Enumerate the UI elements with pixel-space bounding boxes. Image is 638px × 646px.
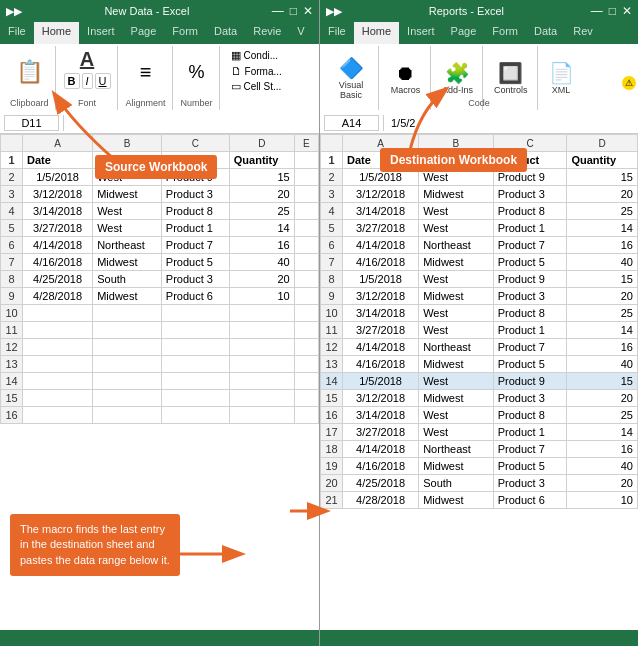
tab-file-right[interactable]: File [320,22,354,44]
left-col-e[interactable]: E [294,135,318,152]
left-d3[interactable]: 20 [229,186,294,203]
left-c3[interactable]: Product 3 [161,186,229,203]
close-btn-left[interactable]: ✕ [303,4,313,18]
right-cell-c1[interactable]: Product [493,152,567,169]
tab-page-right[interactable]: Page [443,22,485,44]
cell-styles-btn[interactable]: ▭ Cell St... [228,79,285,94]
underline-btn[interactable]: U [95,73,111,89]
right-col-a[interactable]: A [343,135,419,152]
left-col-d[interactable]: D [229,135,294,152]
left-a7[interactable]: 4/16/2018 [23,254,93,271]
left-e6[interactable] [294,237,318,254]
left-b2[interactable]: West [93,169,162,186]
addins-btn[interactable]: 🧩 Add-Ins [439,59,476,97]
conditional-btn[interactable]: ▦ Condi... [228,48,285,63]
left-c6[interactable]: Product 7 [161,237,229,254]
left-cell-b1[interactable]: Region [93,152,162,169]
tab-home-left[interactable]: Home [34,22,79,44]
close-btn-right[interactable]: ✕ [622,4,632,18]
left-b6[interactable]: Northeast [93,237,162,254]
left-a6[interactable]: 4/14/2018 [23,237,93,254]
left-b9[interactable]: Midwest [93,288,162,305]
xml-btn[interactable]: 📄 XML [546,59,577,97]
left-a2[interactable]: 1/5/2018 [23,169,93,186]
left-b3[interactable]: Midwest [93,186,162,203]
left-d9[interactable]: 10 [229,288,294,305]
right-col-b[interactable]: B [419,135,494,152]
left-col-a[interactable]: A [23,135,93,152]
format-btn[interactable]: 🗋 Forma... [228,64,285,78]
left-b8[interactable]: South [93,271,162,288]
left-cell-a1[interactable]: Date [23,152,93,169]
right-cell-ref[interactable] [324,115,379,131]
left-d6[interactable]: 16 [229,237,294,254]
left-cell-e1[interactable] [294,152,318,169]
right-col-c[interactable]: C [493,135,567,152]
tab-view-left[interactable]: V [289,22,312,44]
left-e4[interactable] [294,203,318,220]
tab-page-left[interactable]: Page [123,22,165,44]
left-formula-input[interactable] [68,116,315,130]
tab-data-right[interactable]: Data [526,22,565,44]
left-c2[interactable]: Product 9 [161,169,229,186]
left-e8[interactable] [294,271,318,288]
left-e7[interactable] [294,254,318,271]
left-b7[interactable]: Midwest [93,254,162,271]
clipboard-btn[interactable]: 📋 [13,57,46,87]
tab-insert-right[interactable]: Insert [399,22,443,44]
left-a8[interactable]: 4/25/2018 [23,271,93,288]
tab-insert-left[interactable]: Insert [79,22,123,44]
left-c5[interactable]: Product 1 [161,220,229,237]
controls-btn[interactable]: 🔲 Controls [491,59,531,97]
left-d7[interactable]: 40 [229,254,294,271]
left-d2[interactable]: 15 [229,169,294,186]
tab-home-right[interactable]: Home [354,22,399,44]
left-a9[interactable]: 4/28/2018 [23,288,93,305]
left-cell-c1[interactable]: Product [161,152,229,169]
italic-btn[interactable]: I [82,73,93,89]
font-a-icon: A [80,48,94,71]
right-cell-d1[interactable]: Quantity [567,152,638,169]
left-d4[interactable]: 25 [229,203,294,220]
left-c4[interactable]: Product 8 [161,203,229,220]
tab-review-left[interactable]: Revie [245,22,289,44]
right-cell-b1[interactable]: Region [419,152,494,169]
left-cell-d1[interactable]: Quantity [229,152,294,169]
left-cell-ref[interactable] [4,115,59,131]
maximize-btn-right[interactable]: □ [609,4,616,18]
tab-file-left[interactable]: File [0,22,34,44]
left-header-row: 1 Date Region Product Quantity [1,152,319,169]
conditional-label: Condi... [244,50,278,61]
right-col-d[interactable]: D [567,135,638,152]
left-a3[interactable]: 3/12/2018 [23,186,93,203]
left-row-12: 12 [1,339,319,356]
left-d5[interactable]: 14 [229,220,294,237]
right-cell-a1[interactable]: Date [343,152,419,169]
left-col-c[interactable]: C [161,135,229,152]
left-e2[interactable] [294,169,318,186]
left-c8[interactable]: Product 3 [161,271,229,288]
left-a4[interactable]: 3/14/2018 [23,203,93,220]
minimize-btn-right[interactable]: — [591,4,603,18]
tab-form-right[interactable]: Form [484,22,526,44]
left-d8[interactable]: 20 [229,271,294,288]
bold-btn[interactable]: B [64,73,80,89]
left-a5[interactable]: 3/27/2018 [23,220,93,237]
macros-btn[interactable]: ⏺ Macros [388,60,424,97]
tab-form-left[interactable]: Form [164,22,206,44]
left-b5[interactable]: West [93,220,162,237]
minimize-btn-left[interactable]: — [272,4,284,18]
left-e3[interactable] [294,186,318,203]
addins-icon: 🧩 [445,61,470,85]
visual-basic-btn[interactable]: 🔷 Visual Basic [336,54,367,102]
left-e5[interactable] [294,220,318,237]
tab-data-left[interactable]: Data [206,22,245,44]
left-col-b[interactable]: B [93,135,162,152]
left-c9[interactable]: Product 6 [161,288,229,305]
left-e9[interactable] [294,288,318,305]
tab-rev-right[interactable]: Rev [565,22,601,44]
right-formula-input[interactable] [388,116,634,130]
left-c7[interactable]: Product 5 [161,254,229,271]
maximize-btn-left[interactable]: □ [290,4,297,18]
left-b4[interactable]: West [93,203,162,220]
